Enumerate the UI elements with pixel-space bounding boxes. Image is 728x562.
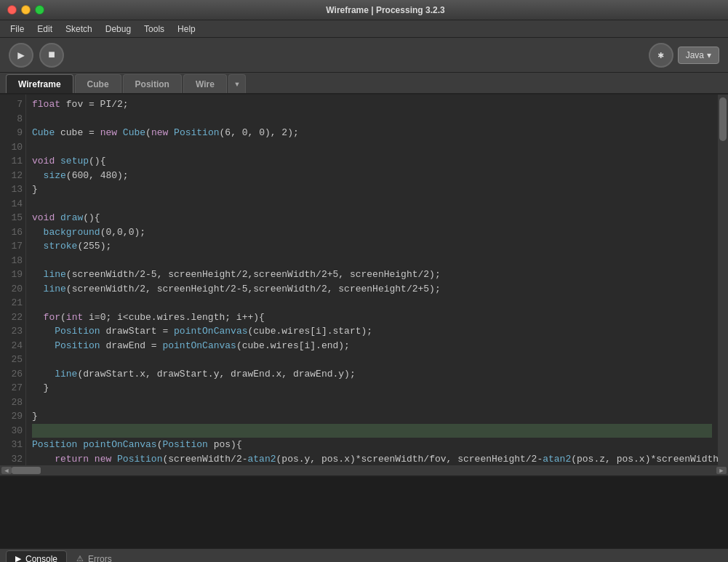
code-line: return new Position(screenWidth/2-atan2(…: [32, 452, 712, 466]
sketch-icon-button[interactable]: ✱: [649, 43, 673, 68]
line-number: 16: [3, 225, 23, 240]
code-line: }: [32, 381, 712, 396]
scroll-left-button[interactable]: ◀: [1, 467, 12, 474]
hscrollbar-track[interactable]: [12, 467, 716, 474]
code-line: background(0,0,0);: [32, 225, 712, 240]
code-line: for(int i=0; i<cube.wires.length; i++){: [32, 310, 712, 325]
hscrollbar-thumb[interactable]: [12, 467, 41, 474]
line-number: 17: [3, 239, 23, 254]
menu-item-file[interactable]: File: [4, 23, 30, 36]
line-number: 13: [3, 182, 23, 197]
line-number: 23: [3, 324, 23, 339]
bottom-tab-label: Console: [25, 554, 57, 563]
titlebar: Wireframe | Processing 3.2.3: [0, 0, 728, 20]
tab-bar: WireframeCubePositionWire▾: [0, 73, 728, 95]
code-line: line(drawStart.x, drawStart.y, drawEnd.x…: [32, 367, 712, 382]
line-number: 20: [3, 282, 23, 297]
line-number: 15: [3, 211, 23, 225]
code-line: stroke(255);: [32, 239, 712, 254]
run-button[interactable]: ▶: [9, 43, 33, 68]
console-icon: ▶: [15, 554, 21, 562]
code-editor[interactable]: float fov = PI/2; Cube cube = new Cube(n…: [26, 95, 718, 465]
scrollbar-thumb[interactable]: [719, 97, 727, 141]
line-number: 19: [3, 268, 23, 282]
line-number: 10: [3, 140, 23, 155]
code-line: [32, 424, 712, 438]
line-number: 14: [3, 197, 23, 212]
code-line: [32, 112, 712, 127]
tab-position[interactable]: Position: [123, 74, 182, 93]
line-number: 22: [3, 310, 23, 325]
editor-container: 7891011121314151617181920212223242526272…: [0, 95, 728, 465]
bottom-tab-errors[interactable]: ⚠Errors: [67, 550, 121, 563]
close-button[interactable]: [7, 5, 17, 15]
chevron-down-icon: ▾: [707, 50, 711, 60]
line-number: 18: [3, 254, 23, 268]
code-line: line(screenWidth/2, screenHeight/2-5,scr…: [32, 282, 712, 297]
code-line: [32, 140, 712, 155]
tab-wire[interactable]: Wire: [183, 74, 227, 93]
errors-icon: ⚠: [76, 554, 84, 562]
code-line: [32, 353, 712, 367]
line-number: 21: [3, 296, 23, 310]
language-selector[interactable]: Java ▾: [678, 47, 719, 64]
line-number: 12: [3, 169, 23, 183]
line-number: 30: [3, 424, 23, 438]
code-line: Position pointOnCanvas(Position pos){: [32, 438, 712, 452]
line-number: 32: [3, 452, 23, 466]
tab-wireframe[interactable]: Wireframe: [6, 74, 73, 93]
code-line: void draw(){: [32, 211, 712, 225]
bottom-tab-bar: ▶Console⚠Errors: [0, 548, 728, 562]
code-line: Position drawEnd = pointOnCanvas(cube.wi…: [32, 339, 712, 353]
bottom-tab-label: Errors: [88, 554, 112, 563]
menu-item-debug[interactable]: Debug: [100, 23, 137, 36]
menu-item-tools[interactable]: Tools: [138, 23, 170, 36]
code-line: [32, 296, 712, 310]
maximize-button[interactable]: [35, 5, 44, 15]
code-line: void setup(){: [32, 154, 712, 169]
scroll-right-button[interactable]: ▶: [716, 467, 727, 474]
code-line: Position drawStart = pointOnCanvas(cube.…: [32, 324, 712, 339]
stop-icon: ■: [48, 49, 55, 62]
line-number: 25: [3, 353, 23, 367]
vertical-scrollbar[interactable]: [718, 95, 728, 465]
line-number: 29: [3, 409, 23, 424]
play-icon: ▶: [17, 48, 25, 63]
code-line: [32, 396, 712, 410]
line-number: 9: [3, 126, 23, 140]
stop-button[interactable]: ■: [39, 43, 64, 68]
output-area: [0, 475, 728, 548]
horizontal-scrollbar[interactable]: ◀ ▶: [0, 465, 728, 475]
toolbar: ▶ ■ ✱ Java ▾: [0, 38, 728, 73]
line-number: 26: [3, 367, 23, 382]
code-line: }: [32, 409, 712, 424]
code-line: line(screenWidth/2-5, screenHeight/2,scr…: [32, 268, 712, 282]
code-line: }: [32, 182, 712, 197]
toolbar-right: ✱ Java ▾: [649, 43, 719, 68]
line-numbers: 7891011121314151617181920212223242526272…: [0, 95, 26, 465]
code-line: float fov = PI/2;: [32, 97, 712, 112]
code-line: Cube cube = new Cube(new Position(6, 0, …: [32, 126, 712, 140]
menu-item-sketch[interactable]: Sketch: [60, 23, 98, 36]
asterisk-icon: ✱: [657, 49, 663, 61]
tab-more-button[interactable]: ▾: [228, 74, 246, 93]
menu-item-help[interactable]: Help: [172, 23, 201, 36]
bottom-tab-console[interactable]: ▶Console: [6, 550, 67, 563]
code-line: [32, 197, 712, 212]
line-number: 31: [3, 438, 23, 452]
line-number: 7: [3, 97, 23, 112]
window-controls: [7, 5, 44, 15]
line-number: 27: [3, 381, 23, 396]
menubar: FileEditSketchDebugToolsHelp: [0, 20, 728, 38]
menu-item-edit[interactable]: Edit: [31, 23, 58, 36]
line-number: 8: [3, 112, 23, 127]
code-line: size(600, 480);: [32, 169, 712, 183]
tab-cube[interactable]: Cube: [75, 74, 121, 93]
language-label: Java: [686, 50, 704, 60]
code-line: [32, 254, 712, 268]
line-number: 11: [3, 154, 23, 169]
line-number: 24: [3, 339, 23, 353]
line-number: 28: [3, 396, 23, 410]
window-title: Wireframe | Processing 3.2.3: [50, 5, 721, 15]
minimize-button[interactable]: [21, 5, 31, 15]
